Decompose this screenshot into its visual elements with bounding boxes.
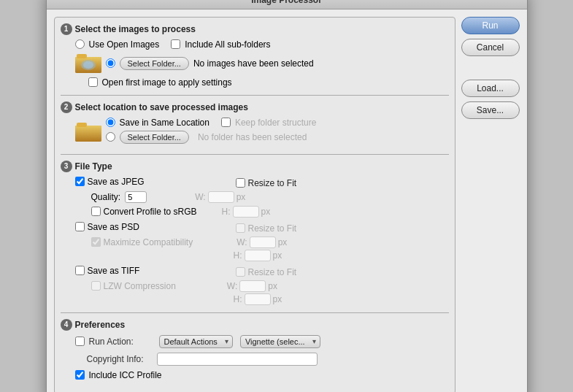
section-2: 2 Select location to save processed imag… [61, 101, 449, 147]
section-3: 3 File Type Save as JPEG [61, 161, 449, 305]
maximize-compat-checkbox[interactable] [91, 237, 101, 247]
open-first-image-checkbox[interactable] [88, 77, 98, 87]
no-images-message: No images have been selected [193, 58, 314, 69]
psd-h-input[interactable] [245, 250, 271, 261]
jpeg-w-input[interactable] [208, 191, 234, 203]
use-open-images-radio[interactable] [75, 39, 85, 49]
section-4-content: Run Action: Default Actions Vignette (se… [61, 335, 449, 380]
psd-resize-label: Resize to Fit [248, 223, 297, 234]
jpeg-left: Save as JPEG [75, 177, 236, 190]
section-1: 1 Select the images to process Use Open … [61, 23, 449, 88]
include-icc-checkbox[interactable] [75, 370, 85, 380]
select-folder-button-2[interactable]: Select Folder... [120, 131, 189, 144]
save-location-row: Save in Same Location Keep folder struct… [75, 118, 449, 147]
save-as-tiff-label: Save as TIFF [88, 266, 140, 276]
default-actions-dropdown[interactable]: Default Actions [159, 335, 233, 348]
section-1-number: 1 [61, 23, 72, 35]
title-bar: Image Processor [47, 0, 527, 9]
save-button[interactable]: Save... [461, 101, 520, 119]
section-4: 4 Preferences Run Action: Default Action… [61, 319, 449, 380]
tiff-row: Save as TIFF Resize to Fit [75, 266, 449, 279]
psd-resize-checkbox[interactable] [236, 223, 245, 233]
psd-left: Save as PSD [75, 222, 236, 235]
tiff-resize-row: Resize to Fit [236, 267, 297, 277]
save-same-location-row: Save in Same Location Keep folder struct… [106, 118, 317, 128]
svg-rect-2 [77, 54, 87, 58]
tiff-left: Save as TIFF [75, 266, 236, 279]
tiff-h-inner: H: px [234, 293, 282, 305]
tiff-h-label: H: [234, 294, 242, 304]
select-folder-2-row: Select Folder... No folder has been sele… [106, 131, 317, 144]
jpeg-resize-row: Resize to Fit [236, 178, 297, 188]
include-subfolders-checkbox[interactable] [171, 39, 180, 49]
keep-folder-structure-checkbox[interactable] [221, 118, 231, 127]
dropdown1-value: Default Actions [164, 337, 218, 346]
section-4-number: 4 [61, 319, 72, 331]
save-as-psd-checkbox[interactable] [75, 222, 85, 231]
section-1-label: Select the images to process [75, 24, 196, 34]
run-action-checkbox[interactable] [75, 337, 85, 346]
tiff-lzw-row: LZW Compression W: px [75, 280, 449, 292]
tiff-h-input[interactable] [245, 293, 271, 305]
convert-profile-checkbox[interactable] [91, 207, 101, 216]
save-as-tiff-checkbox[interactable] [75, 266, 85, 275]
psd-h-inner: H: px [234, 250, 282, 261]
dropdown2-value: Vignette (selec... [245, 337, 305, 346]
psd-resize-row: Resize to Fit [236, 223, 297, 234]
section-2-number: 2 [61, 101, 72, 113]
save-as-jpeg-checkbox[interactable] [75, 177, 85, 186]
svg-rect-7 [77, 123, 87, 127]
tiff-w-label: W: [227, 281, 237, 291]
section-4-label: Preferences [75, 320, 126, 330]
convert-profile-label: Convert Profile to sRGB [104, 207, 197, 217]
main-panel: 1 Select the images to process Use Open … [54, 17, 455, 393]
save-same-location-label: Save in Same Location [120, 118, 209, 128]
quality-input[interactable] [125, 191, 147, 203]
folder-icon-2 [75, 121, 101, 143]
use-open-images-label: Use Open Images [89, 39, 160, 50]
side-buttons: Run Cancel Load... Save... [461, 17, 520, 393]
save-as-jpeg-label: Save as JPEG [88, 177, 145, 187]
window-title: Image Processor [251, 0, 322, 5]
run-button[interactable]: Run [461, 17, 520, 34]
lzw-compression-label: LZW Compression [104, 281, 176, 291]
select-folder-radio[interactable] [106, 58, 115, 68]
separator-2 [61, 154, 449, 155]
jpeg-h-input[interactable] [233, 206, 259, 218]
run-action-label: Run Action: [89, 337, 155, 347]
section-2-label: Select location to save processed images [75, 102, 248, 112]
tiff-w-input[interactable] [239, 280, 266, 292]
svg-point-4 [83, 61, 93, 69]
jpeg-resize-checkbox[interactable] [236, 178, 245, 188]
cancel-button[interactable]: Cancel [461, 39, 520, 56]
jpeg-w-label: W: [195, 192, 205, 202]
psd-w-input[interactable] [250, 237, 276, 248]
copyright-input[interactable] [157, 353, 318, 366]
tiff-resize-label: Resize to Fit [248, 267, 297, 277]
jpeg-w-unit: px [236, 192, 246, 202]
section-1-header: 1 Select the images to process [61, 23, 449, 35]
section-3-header: 3 File Type [61, 161, 449, 172]
spacer [461, 61, 520, 75]
psd-h-row: H: px [75, 250, 449, 261]
lzw-compression-checkbox[interactable] [91, 281, 101, 291]
load-button[interactable]: Load... [461, 80, 520, 97]
save-as-jpeg-row: Save as JPEG [75, 177, 236, 187]
maximize-compat-label: Maximize Compatibility [104, 237, 193, 247]
psd-w-label: W: [236, 237, 247, 247]
psd-w-row: W: px [236, 237, 287, 248]
save-same-location-radio[interactable] [106, 118, 115, 127]
include-icc-label: Include ICC Profile [89, 370, 162, 380]
select-folder-radio-2[interactable] [106, 132, 115, 142]
jpeg-convert-row: Convert Profile to sRGB H: px [75, 206, 449, 218]
include-subfolders-label: Include All sub-folders [185, 39, 270, 50]
copyright-label: Copyright Info: [87, 354, 153, 364]
select-folder-button-1[interactable]: Select Folder... [120, 57, 189, 70]
psd-w-unit: px [278, 237, 288, 247]
include-icc-row: Include ICC Profile [75, 370, 449, 380]
tiff-resize-checkbox[interactable] [236, 267, 245, 277]
jpeg-h-row: H: px [222, 206, 271, 218]
quality-label: Quality: [91, 192, 121, 202]
folder-select-row: Select Folder... No images have been sel… [75, 53, 449, 74]
vignette-dropdown[interactable]: Vignette (selec... [240, 335, 320, 348]
